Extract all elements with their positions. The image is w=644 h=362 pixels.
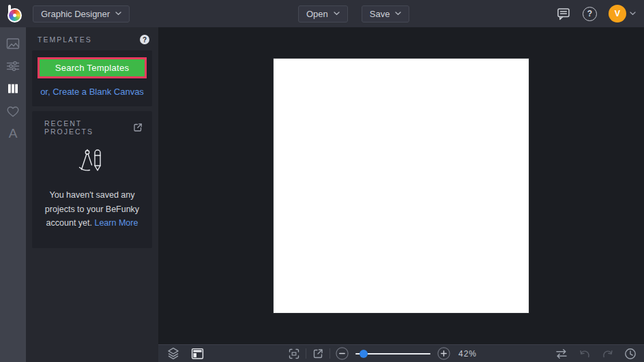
templates-section: Search Templates or, Create a Blank Canv…	[32, 50, 152, 106]
empty-line-2: projects to your BeFunky	[39, 202, 145, 217]
redo-button[interactable]	[602, 348, 613, 359]
tool-rail: A	[0, 27, 26, 362]
search-templates-button[interactable]: Search Templates	[40, 59, 145, 76]
fullscreen-preview-button[interactable]	[312, 348, 324, 360]
befunky-logo[interactable]	[7, 4, 25, 23]
canvas-area	[158, 27, 644, 344]
chevron-down-icon	[334, 12, 340, 16]
zoom-slider[interactable]	[355, 353, 430, 355]
logo-color-wheel-icon	[8, 8, 22, 22]
minus-circle-icon	[336, 347, 349, 360]
external-link-icon	[132, 122, 143, 133]
recent-projects-empty-state: You haven't saved any projects to your B…	[39, 148, 145, 230]
sidebar-item-customize[interactable]	[0, 55, 26, 77]
recent-projects-section: RECENT PROJECTS	[32, 111, 152, 248]
recent-projects-header-row: RECENT PROJECTS	[39, 119, 145, 136]
image-icon	[5, 36, 20, 51]
zoom-level-value: 42%	[458, 349, 477, 359]
app-switcher-menu[interactable]: Graphic Designer	[33, 5, 130, 22]
toolbar-zoom-group: 42%	[288, 345, 477, 362]
templates-help-button[interactable]: ?	[140, 35, 149, 44]
fit-to-screen-button[interactable]	[288, 348, 300, 360]
history-clock-icon	[624, 348, 636, 360]
sliders-icon	[5, 59, 20, 74]
columns-icon	[5, 81, 20, 96]
avatar: V	[609, 5, 626, 22]
sidebar-item-favorites[interactable]	[0, 100, 26, 122]
chevron-down-icon	[630, 12, 636, 16]
question-mark-icon: ?	[143, 36, 147, 44]
zoom-in-button[interactable]	[437, 347, 450, 360]
chat-bubble-icon	[556, 7, 571, 20]
help-button[interactable]: ?	[583, 7, 597, 21]
panel-title: TEMPLATES	[38, 35, 92, 44]
toolbar-divider	[330, 348, 330, 359]
chevron-down-icon	[115, 12, 121, 16]
layers-button[interactable]	[167, 347, 179, 360]
history-button[interactable]	[624, 348, 636, 360]
avatar-initial: V	[615, 9, 620, 18]
zoom-slider-thumb[interactable]	[360, 350, 368, 358]
open-button-label: Open	[306, 9, 328, 19]
plus-circle-icon	[437, 347, 450, 360]
learn-more-link[interactable]: Learn More	[94, 218, 138, 228]
layout-icon	[191, 348, 204, 360]
toolbar-left-group	[167, 345, 204, 362]
sidebar-item-templates[interactable]	[0, 77, 26, 100]
file-actions: Open Save	[298, 0, 409, 27]
open-in-new-icon	[312, 348, 324, 360]
open-button[interactable]: Open	[298, 5, 348, 22]
toolbar-history-group	[555, 345, 636, 362]
empty-line-1: You haven't saved any	[39, 188, 145, 202]
templates-panel: TEMPLATES ? Search Templates or, Create …	[26, 27, 158, 362]
recent-projects-title: RECENT PROJECTS	[44, 119, 132, 136]
heart-icon	[5, 104, 20, 119]
panel-header-row: TEMPLATES ?	[26, 27, 158, 50]
topbar-right: ? V	[556, 5, 636, 22]
empty-state-text: You haven't saved any projects to your B…	[39, 188, 145, 230]
canvas-workspace: 42%	[158, 27, 644, 362]
topbar: Graphic Designer Open Save ? V	[0, 0, 644, 27]
chevron-down-icon	[395, 12, 401, 16]
feedback-chat-button[interactable]	[556, 7, 571, 20]
open-projects-manager-button[interactable]	[132, 122, 143, 133]
redo-icon	[602, 348, 613, 359]
empty-line-3: account yet.	[46, 218, 92, 228]
app-switcher-label: Graphic Designer	[41, 9, 110, 19]
compare-button[interactable]	[555, 348, 568, 359]
undo-button[interactable]	[579, 348, 591, 359]
undo-icon	[579, 348, 591, 359]
save-button-label: Save	[370, 9, 390, 19]
sidebar-item-image-manager[interactable]	[0, 32, 26, 55]
toolbar-divider	[306, 348, 306, 359]
fit-to-screen-icon	[288, 348, 300, 360]
search-templates-highlight: Search Templates	[38, 57, 147, 78]
account-menu[interactable]: V	[609, 5, 636, 22]
compare-arrows-icon	[555, 348, 568, 359]
zoom-out-button[interactable]	[336, 347, 349, 360]
design-canvas[interactable]	[274, 59, 529, 313]
template-manager-button[interactable]	[191, 348, 204, 360]
save-button[interactable]: Save	[362, 5, 410, 22]
sidebar-item-text[interactable]: A	[0, 122, 26, 145]
drafting-compass-pencil-icon	[76, 148, 108, 177]
main-area: A TEMPLATES ? Search Templates or, Creat…	[0, 27, 644, 362]
create-blank-canvas-link[interactable]: or, Create a Blank Canvas	[38, 87, 147, 97]
question-mark-icon: ?	[587, 9, 592, 18]
text-tool-icon: A	[9, 127, 18, 140]
layers-icon	[167, 347, 179, 360]
bottom-toolbar: 42%	[158, 344, 644, 362]
